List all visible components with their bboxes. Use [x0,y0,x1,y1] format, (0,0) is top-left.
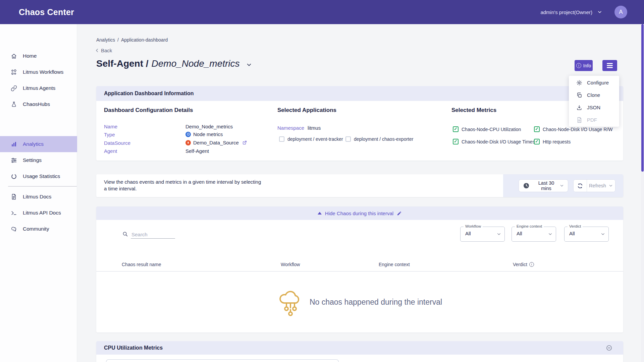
chevron-down-icon [608,183,613,188]
checkbox-checked[interactable] [534,126,540,132]
refresh-label: Refresh [589,183,606,188]
menu-item-json[interactable]: JSON [569,101,619,114]
info-button[interactable]: i Info [575,60,593,71]
cpu-metrics-title: CPU Utilization Metrics [104,345,163,351]
sidebar-item-label: ChaosHubs [23,101,50,107]
sidebar-item-analytics[interactable]: Analytics [0,136,77,152]
scrollbar-track[interactable] [641,24,644,362]
collapse-arrow-icon[interactable] [318,212,322,215]
workflow-filter[interactable]: Workflow All [460,227,505,242]
home-icon [10,53,17,59]
dashboard-switcher-caret[interactable] [246,62,252,68]
download-icon [576,105,582,111]
chaos-toggle-strip: Hide Chaos during this interval [96,206,623,220]
sidebar-item-community[interactable]: Community [0,221,77,237]
filter-label: Workflow [464,224,483,228]
metric-option: Chaos-Node-Disk I/O Usage R/W [534,126,613,132]
external-link-icon[interactable] [242,140,247,145]
avatar[interactable]: A [614,6,627,18]
app-title: Chaos Center [19,7,74,17]
breadcrumb-analytics[interactable]: Analytics [96,37,115,43]
sidebar-item-usage-statistics[interactable]: Usage Statistics [0,168,77,184]
checkbox-checked[interactable] [534,139,540,144]
agent-name: Self-Agent / [96,58,149,69]
project-selector[interactable]: admin's project(Owner) [540,9,592,15]
back-button[interactable]: Back [95,48,112,53]
verdict-filter[interactable]: Verdict All [564,227,609,242]
application-option: deployment / event-tracker [279,136,343,142]
flask-icon [10,101,17,108]
cpu-metrics-card: CPU Utilization Metrics [96,341,623,362]
checkbox-checked[interactable] [453,126,459,132]
sidebar-item-home[interactable]: Home [0,48,77,64]
interval-controls-panel: Last 30 mins Refresh [503,174,623,197]
table-header-row: Chaos result name Workflow Engine contex… [96,257,623,272]
application-option-label: deployment / event-tracker [287,136,343,142]
metric-option: Http requests [534,139,571,144]
time-range-value: Last 30 mins [533,180,559,191]
clock-icon [523,183,529,189]
hide-chaos-toggle[interactable]: Hide Chaos during this interval [325,210,393,216]
menu-item-pdf[interactable]: PDF [569,114,619,126]
menu-item-label: JSON [587,105,600,110]
dashboard-name: Demo_Node_metrics [152,58,240,69]
verdict-info-icon[interactable]: i [529,262,534,267]
menu-item-configure[interactable]: Configure [569,76,619,89]
engine-context-filter[interactable]: Engine context All [512,227,556,242]
checkbox-unchecked[interactable] [345,136,351,142]
config-details-title: Dashboard Configuration Details [104,107,193,114]
chart-container [106,359,339,362]
search-icon [122,231,128,237]
gear-icon [576,80,582,86]
chevron-down-icon [548,232,553,237]
collapse-minus-icon[interactable] [606,345,612,351]
search-input[interactable] [131,231,175,239]
refresh-now-button[interactable] [574,180,587,192]
cloud-circuit-icon [277,288,304,317]
menu-item-clone[interactable]: Clone [569,89,619,101]
name-label: Name [104,124,117,129]
hamburger-menu-button[interactable] [602,60,617,71]
prometheus-icon [185,140,191,145]
namespace-value: litmus [308,125,321,131]
time-range-selector[interactable]: Last 30 mins [519,179,568,192]
metric-option: Chaos-Node-Disk I/O Usage Times [453,139,535,144]
search-bar [122,231,175,239]
actions-dropdown-menu: Configure Clone JSON PDF [569,76,619,127]
filter-label: Verdict [568,224,583,228]
application-option: deployment / chaos-exporter [345,136,413,142]
back-label: Back [101,48,112,53]
chevron-down-icon [496,232,501,237]
interval-description: View the chaos events and metrics in a g… [104,179,262,192]
sidebar-item-label: Litmus Workflows [23,69,63,75]
filter-label: Engine context [515,224,544,228]
file-icon [576,117,582,123]
sidebar-item-settings[interactable]: Settings [0,152,77,168]
time-interval-card: View the chaos events and metrics in a g… [96,174,623,197]
refresh-rate-selector[interactable]: Refresh [587,180,615,192]
filter-value: All [517,231,522,236]
page-title: Self-Agent / Demo_Node_metrics [96,58,252,69]
breadcrumb-current: Application-dashboard [121,37,168,43]
sidebar-item-label: Litmus Docs [23,194,51,200]
sidebar-item-chaoshubs[interactable]: ChaosHubs [0,96,77,112]
chaos-center-app: Chaos Center admin's project(Owner) A Ho… [0,0,644,362]
sidebar-item-litmus-workflows[interactable]: Litmus Workflows [0,64,77,80]
type-value: Node metrics [185,131,223,137]
sidebar-item-litmus-agents[interactable]: Litmus Agents [0,80,77,96]
checkbox-checked[interactable] [453,139,459,144]
edit-pencil-icon[interactable] [397,211,402,216]
sidebar-item-litmus-docs[interactable]: Litmus Docs [0,189,77,205]
scrollbar-thumb[interactable] [641,24,644,172]
dashboard-info-card: Application Dashboard Information Dashbo… [96,86,623,161]
metric-option-label: Chaos-Node-CPU Utilization [462,127,521,132]
sidebar-item-label: Litmus Agents [23,85,55,91]
column-header-engine-context: Engine context [379,262,410,267]
hamburger-icon [607,63,613,64]
dashboard-info-title: Application Dashboard Information [104,90,194,97]
sidebar-item-litmus-api-docs[interactable]: Litmus API Docs [0,205,77,221]
info-button-label: Info [583,63,591,68]
chevron-down-icon[interactable] [597,9,602,15]
checkbox-unchecked[interactable] [279,136,284,142]
sidebar-divider [8,186,77,187]
